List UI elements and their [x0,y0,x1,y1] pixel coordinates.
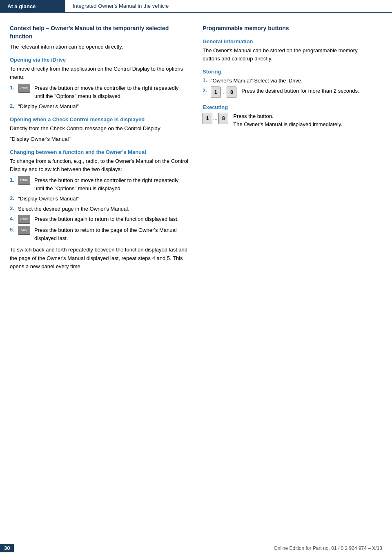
changing-step-1-text: Press the button or move the controller … [34,176,189,193]
page-footer: 30 Online Edition for Part no. 01 40 2 9… [0,540,392,556]
right-column: Programmable memory buttons General info… [203,24,374,273]
left-column: Context help – Owner's Manual to the tem… [10,24,189,273]
footer-note: To switch back and forth repeatedly betw… [10,246,189,270]
right-section-title: Programmable memory buttons [203,24,374,33]
subsection-title-storing: Storing [203,69,374,75]
subsection-title-idrive: Opening via the iDrive [10,57,189,63]
header-chapter: At a glance [0,0,65,13]
memory-button-icon-storing: 1 ... 8 [211,87,236,98]
option-button-icon-2 [18,176,30,185]
memory-button-icon-executing: 1 ... 8 [203,113,228,124]
option-button-icon-3 [18,215,30,224]
changing-step-4-text: Press the button again to return to the … [34,215,178,223]
main-content: Context help – Owner's Manual to the tem… [0,13,392,281]
back-button-icon [18,226,30,235]
header-section: Integrated Owner's Manual in the vehicle [65,0,392,13]
changing-step-1: 1. Press the button or move the controll… [10,176,189,193]
executing-step-1: 1 ... 8 Press the button.The Owner's Man… [203,112,374,129]
changing-intro: To change from a function, e.g., radio, … [10,157,189,173]
changing-step-2-text: "Display Owner's Manual" [18,195,189,203]
idrive-intro: To move directly from the application on… [10,65,189,81]
idrive-step-1: 1. Press the button or move the controll… [10,84,189,100]
changing-step-3: 3. Select the desired page in the Owner'… [10,205,189,213]
changing-step-2: 2. "Display Owner's Manual" [10,195,189,203]
storing-step-2-text: Press the desired button for more than 2… [241,87,359,95]
check-control-quote: "Display Owner's Manual" [10,135,189,143]
subsection-title-general-info: General information [203,38,374,44]
idrive-step-2: 2. "Display Owner's Manual" [10,102,189,111]
page-number: 30 [0,544,14,552]
left-section-title: Context help – Owner's Manual to the tem… [10,24,189,40]
online-edition-text: Online Edition for Part no. 01 40 2 924 … [274,545,382,551]
section-label: Integrated Owner's Manual in the vehicle [73,3,169,9]
changing-step-5-text: Press the button to return to the page o… [34,226,189,242]
subsection-title-check-control: Opening when a Check Control message is … [10,116,189,122]
check-control-intro: Directly from the Check Control message … [10,125,189,133]
storing-step-1: 1. "Owner's Manual" Select via the iDriv… [203,77,374,85]
chapter-label: At a glance [7,3,36,9]
option-button-icon [18,84,30,93]
changing-step-5: 5. Press the button to return to the pag… [10,226,189,242]
storing-step-2: 2. 1 ... 8 Press the desired button for … [203,87,374,98]
subsection-title-executing: Executing [203,104,374,110]
executing-text: Press the button.The Owner's Manual is d… [233,112,342,129]
changing-step-4: 4. Press the button again to return to t… [10,215,189,224]
storing-step-1-text: "Owner's Manual" Select via the iDrive. [211,77,374,85]
idrive-step-1-text: Press the button or move the controller … [34,84,189,100]
changing-step-3-text: Select the desired page in the Owner's M… [18,205,189,213]
subsection-title-changing: Changing between a function and the Owne… [10,149,189,155]
page-header: At a glance Integrated Owner's Manual in… [0,0,392,13]
general-info-text: The Owner's Manual can be stored on the … [203,47,374,63]
idrive-step-2-text: "Display Owner's Manual" [18,102,189,111]
section-intro: The relevant information can be opened d… [10,43,189,51]
